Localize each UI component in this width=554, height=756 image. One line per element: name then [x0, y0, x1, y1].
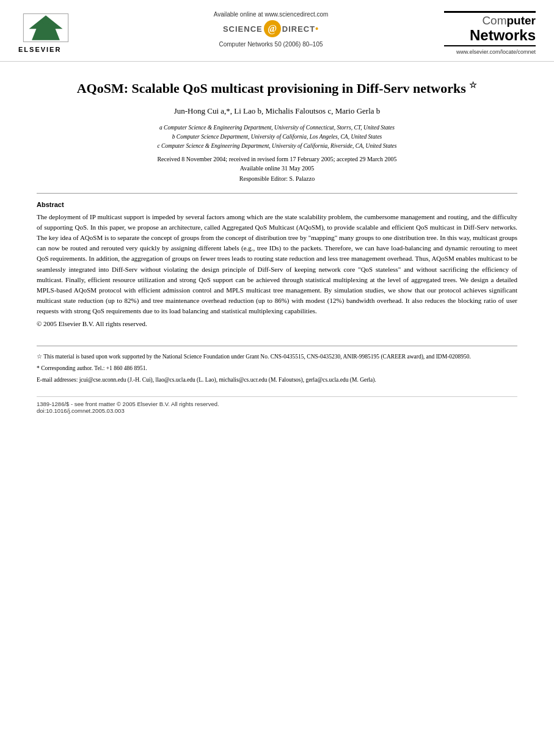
svg-point-3 — [43, 18, 49, 24]
section-divider — [37, 193, 517, 194]
science-direct-logo: SCIENCE @ DIRECT• — [110, 20, 432, 37]
title-section: AQoSM: Scalable QoS multicast provisioni… — [37, 80, 517, 182]
sd-direct-text: DIRECT• — [282, 24, 319, 34]
paper-title-text: AQoSM: Scalable QoS multicast provisioni… — [77, 81, 466, 96]
footnotes-section: ☆ This material is based upon work suppo… — [37, 346, 517, 385]
title-star: ☆ — [469, 81, 477, 90]
footnote-emails: E-mail addresses: jcui@cse.uconn.edu (J.… — [37, 376, 517, 384]
computer-networks-logo-area: Computer Networks www.elsevier.com/locat… — [444, 11, 536, 55]
received-dates: Received 8 November 2004; received in re… — [37, 156, 517, 162]
cn-networks-text: Networks — [444, 27, 536, 43]
comp-networks-logo: Computer Networks — [444, 11, 536, 46]
abstract-heading: Abstract — [37, 201, 517, 208]
publication-info: 1389-1286/$ - see front matter © 2005 El… — [37, 396, 517, 414]
cn-com-text: Com — [482, 14, 506, 27]
abstract-body: The deployment of IP multicast support i… — [37, 212, 517, 316]
footnote-star-text: ☆ This material is based upon work suppo… — [37, 354, 471, 360]
email-label: E-mail addresses: — [37, 377, 78, 383]
email-addresses: jcui@cse.uconn.edu (J.-H. Cui), llao@cs.… — [79, 377, 376, 383]
page: ELSEVIER Available online at www.science… — [0, 0, 554, 756]
paper-title: AQoSM: Scalable QoS multicast provisioni… — [37, 80, 517, 98]
journal-reference: Computer Networks 50 (2006) 80–105 — [110, 41, 432, 48]
responsible-editor: Responsible Editor: S. Palazzo — [37, 175, 517, 182]
journal-header: ELSEVIER Available online at www.science… — [0, 0, 554, 62]
authors-line: Jun-Hong Cui a,*, Li Lao b, Michalis Fal… — [37, 105, 517, 117]
affiliation-b: b Computer Science Department, Universit… — [37, 133, 517, 142]
main-content: AQoSM: Scalable QoS multicast provisioni… — [0, 62, 554, 426]
affiliations-section: a Computer Science & Engineering Departm… — [37, 123, 517, 151]
copyright-statement: © 2005 Elsevier B.V. All rights reserved… — [37, 320, 517, 327]
sd-circle-logo: @ — [264, 20, 281, 37]
science-direct-area: Available online at www.sciencedirect.co… — [98, 11, 444, 48]
issn-line: 1389-1286/$ - see front matter © 2005 El… — [37, 401, 517, 407]
footnote-corresponding: * Corresponding author. Tel.: +1 860 486… — [37, 364, 517, 373]
cn-puter-text: puter — [507, 14, 536, 27]
abstract-section: Abstract The deployment of IP multicast … — [37, 201, 517, 327]
journal-url: www.elsevier.com/locate/comnet — [444, 49, 536, 55]
elsevier-wordmark: ELSEVIER — [18, 46, 61, 53]
sd-science-text: SCIENCE — [223, 24, 263, 34]
available-online-date: Available online 31 May 2005 — [37, 165, 517, 172]
doi-line: doi:10.1016/j.comnet.2005.03.003 — [37, 407, 517, 414]
available-online-text: Available online at www.sciencedirect.co… — [110, 11, 432, 18]
footnote-star-item: ☆ This material is based upon work suppo… — [37, 352, 517, 361]
affiliation-a: a Computer Science & Engineering Departm… — [37, 123, 517, 133]
elsevier-logo-area: ELSEVIER — [18, 11, 98, 53]
affiliation-c: c Computer Science & Engineering Departm… — [37, 142, 517, 151]
elsevier-tree-icon — [18, 11, 73, 45]
